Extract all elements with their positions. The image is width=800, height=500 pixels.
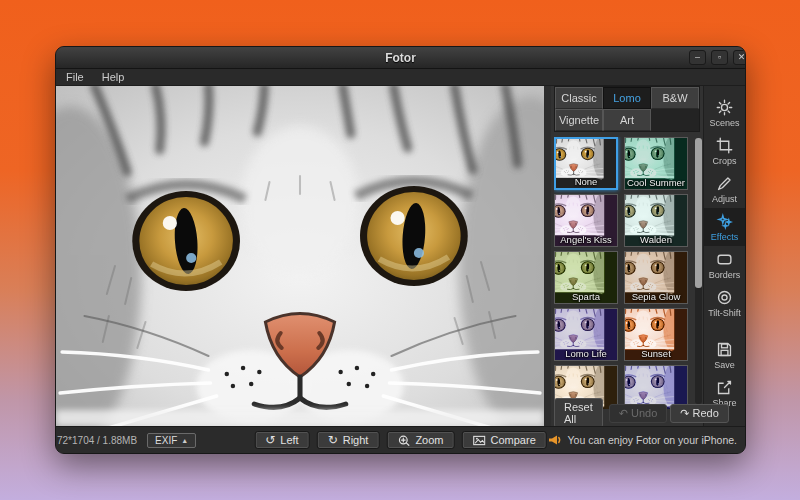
effects-panel: Classic Lomo B&W Vignette Art None Cool … xyxy=(551,86,703,426)
menu-bar: File Help xyxy=(56,69,745,86)
frame-icon xyxy=(716,251,733,268)
filter-lomo-life[interactable]: Lomo Life xyxy=(554,308,618,361)
maximize-button[interactable]: ▫ xyxy=(711,50,728,65)
canvas-toolbar: ↺ Left ↻ Right Zoom Compare xyxy=(254,431,547,449)
effects-action-bar: Reset All ↶ Undo ↷ Redo xyxy=(554,402,700,424)
menu-file[interactable]: File xyxy=(58,70,92,84)
megaphone-icon xyxy=(548,434,562,446)
scrollbar-thumb[interactable] xyxy=(695,138,702,288)
filter-label: Walden xyxy=(625,234,687,245)
cat-photo xyxy=(56,86,544,426)
rotate-left-button[interactable]: ↺ Left xyxy=(254,431,309,449)
panel-scrollbar[interactable] xyxy=(695,138,702,404)
promo-text: You can enjoy Fotor on your iPhone. xyxy=(568,434,737,446)
zoom-button[interactable]: Zoom xyxy=(386,431,454,449)
content-area: Classic Lomo B&W Vignette Art None Cool … xyxy=(56,86,745,426)
close-button[interactable]: ✕ xyxy=(733,50,746,65)
filter-sparta[interactable]: Sparta xyxy=(554,251,618,304)
filter-label: None xyxy=(556,176,616,187)
redo-button[interactable]: ↷ Redo xyxy=(670,404,729,423)
compare-button[interactable]: Compare xyxy=(462,431,547,449)
crop-icon xyxy=(716,137,733,154)
filter-label: Lomo Life xyxy=(555,348,617,359)
filter-sepia-glow[interactable]: Sepia Glow xyxy=(624,251,688,304)
sun-icon xyxy=(716,99,733,116)
rotate-left-icon: ↺ xyxy=(265,434,275,446)
tab-spacer xyxy=(651,109,699,131)
tools-sidebar: Scenes Crops Adjust xyxy=(703,86,745,426)
filter-cool-summer[interactable]: Cool Summer xyxy=(624,137,688,190)
tab-lomo[interactable]: Lomo xyxy=(603,87,651,109)
tab-vignette[interactable]: Vignette xyxy=(555,109,603,131)
exif-button[interactable]: EXIF ▲ xyxy=(147,433,196,448)
minimize-button[interactable]: – xyxy=(689,50,706,65)
compare-icon xyxy=(473,435,486,446)
image-info: 72*1704 / 1.88MB xyxy=(57,435,137,446)
filter-angels-kiss[interactable]: Angel's Kiss xyxy=(554,194,618,247)
filter-label: Sunset xyxy=(625,348,687,359)
status-bar: 72*1704 / 1.88MB EXIF ▲ ↺ Left ↻ Right Z… xyxy=(56,426,745,453)
reset-all-button[interactable]: Reset All xyxy=(554,398,603,428)
target-icon xyxy=(716,289,733,306)
rotate-right-icon: ↻ xyxy=(328,434,338,446)
window-title: Fotor xyxy=(385,51,416,65)
tab-art[interactable]: Art xyxy=(603,109,651,131)
sidebar-item-borders[interactable]: Borders xyxy=(704,246,745,284)
zoom-plus-icon xyxy=(397,435,410,446)
fotor-window: Fotor – ▫ ✕ File Help Classic Lomo B&W V… xyxy=(55,46,746,454)
undo-icon: ↶ xyxy=(619,407,628,420)
rotate-right-button[interactable]: ↻ Right xyxy=(317,431,380,449)
iphone-promo[interactable]: You can enjoy Fotor on your iPhone. xyxy=(548,434,737,446)
floppy-icon xyxy=(716,341,733,358)
sidebar-item-tilt-shift[interactable]: Tilt-Shift xyxy=(704,284,745,322)
tab-classic[interactable]: Classic xyxy=(555,87,603,109)
share-icon xyxy=(716,379,733,396)
photo-canvas xyxy=(56,86,551,426)
filter-label: Cool Summer xyxy=(625,177,687,188)
sidebar-item-save[interactable]: Save xyxy=(704,336,745,374)
redo-icon: ↷ xyxy=(680,407,689,420)
effect-category-tabs: Classic Lomo B&W Vignette Art xyxy=(554,86,700,132)
filter-label: Angel's Kiss xyxy=(555,234,617,245)
sparkles-icon xyxy=(716,213,733,230)
sidebar-item-effects[interactable]: Effects xyxy=(704,208,745,246)
title-bar: Fotor – ▫ ✕ xyxy=(56,47,745,69)
chevron-up-icon: ▲ xyxy=(181,437,188,444)
sidebar-item-crops[interactable]: Crops xyxy=(704,132,745,170)
undo-button[interactable]: ↶ Undo xyxy=(609,404,668,423)
filter-label: Sparta xyxy=(555,291,617,302)
filter-none[interactable]: None xyxy=(554,137,618,190)
menu-help[interactable]: Help xyxy=(94,70,133,84)
pencil-icon xyxy=(716,175,733,192)
filter-thumbnail-grid: None Cool Summer Angel's Kiss Walden xyxy=(554,137,700,409)
filter-walden[interactable]: Walden xyxy=(624,194,688,247)
sidebar-item-scenes[interactable]: Scenes xyxy=(704,94,745,132)
sidebar-item-adjust[interactable]: Adjust xyxy=(704,170,745,208)
window-controls: – ▫ ✕ xyxy=(689,50,743,65)
filter-sunset[interactable]: Sunset xyxy=(624,308,688,361)
filter-label: Sepia Glow xyxy=(625,291,687,302)
tab-bw[interactable]: B&W xyxy=(651,87,699,109)
